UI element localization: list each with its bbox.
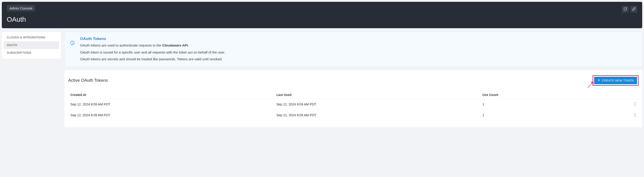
cell-created-at: Sep 12, 2024 8:09 AM PDT — [67, 99, 273, 110]
col-last-used: Last Used — [273, 91, 479, 99]
refresh-button[interactable] — [622, 6, 629, 13]
svg-point-5 — [634, 102, 635, 103]
refresh-icon — [624, 7, 627, 12]
create-new-token-button[interactable]: CREATE NEW TOKEN — [594, 77, 637, 84]
svg-point-8 — [634, 113, 635, 114]
svg-point-2 — [72, 42, 73, 42]
info-icon — [70, 41, 75, 46]
cell-last-used: Sep 12, 2024 8:09 AM PDT — [273, 110, 479, 120]
table-row: Sep 12, 2024 8:09 AM PDT Sep 12, 2024 8:… — [67, 110, 640, 120]
col-created-at: Created At — [67, 91, 273, 99]
tokens-card-header: Active OAuth Tokens CREATE NEW TOKEN — [67, 74, 640, 86]
main-column: OAuth Tokens OAuth tokens are used to au… — [64, 32, 642, 127]
cell-use-count: 1 — [479, 99, 630, 110]
sidebar-item-subscriptions[interactable]: SUBSCRIPTIONS — [4, 49, 59, 57]
info-title: OAuth Tokens — [80, 36, 225, 41]
info-line-1-bold: Cloudaware API — [162, 43, 188, 47]
info-line-2: OAuth token is issued for a specific use… — [80, 50, 225, 55]
tokens-card-title: Active OAuth Tokens — [68, 78, 108, 83]
sidebar-item-clouds-integrations[interactable]: CLOUDS & INTEGRATIONS — [4, 34, 59, 41]
svg-point-7 — [634, 105, 635, 106]
col-use-count: Use Count — [479, 91, 630, 99]
cell-created-at: Sep 12, 2024 8:09 AM PDT — [67, 110, 273, 120]
link-icon — [632, 7, 636, 12]
sidebar-item-oauth[interactable]: OAUTH — [4, 41, 59, 49]
table-row: Sep 12, 2024 8:09 AM PDT Sep 12, 2024 8:… — [67, 99, 640, 110]
app-header: Admin Console OAuth — [2, 2, 642, 28]
link-button[interactable] — [630, 6, 637, 13]
svg-point-6 — [634, 104, 635, 104]
info-line-1-suffix: . — [188, 43, 189, 47]
sidebar: CLOUDS & INTEGRATIONS OAUTH SUBSCRIPTION… — [2, 32, 61, 58]
svg-point-10 — [634, 116, 635, 116]
info-line-3: OAuth tokens are secrets and should be t… — [80, 57, 225, 62]
row-menu-button[interactable] — [634, 101, 636, 108]
header-actions — [622, 6, 637, 13]
create-token-highlight: CREATE NEW TOKEN — [592, 75, 638, 86]
svg-point-9 — [634, 114, 635, 115]
cell-last-used: Sep 12, 2024 8:09 AM PDT — [273, 99, 479, 110]
annotation-arrow-icon — [586, 81, 594, 89]
kebab-menu-icon — [634, 114, 636, 118]
header-left: Admin Console OAuth — [7, 5, 35, 23]
breadcrumb[interactable]: Admin Console — [7, 5, 35, 12]
tokens-card: Active OAuth Tokens CREATE NEW TOKEN — [64, 70, 642, 127]
kebab-menu-icon — [634, 103, 636, 106]
page-title: OAuth — [7, 16, 35, 23]
page-body: CLOUDS & INTEGRATIONS OAUTH SUBSCRIPTION… — [0, 30, 644, 129]
info-banner: OAuth Tokens OAuth tokens are used to au… — [64, 32, 642, 66]
row-menu-button[interactable] — [634, 112, 636, 118]
col-actions — [630, 91, 640, 99]
create-new-token-label: CREATE NEW TOKEN — [602, 79, 634, 82]
info-text: OAuth Tokens OAuth tokens are used to au… — [80, 36, 225, 62]
plus-icon — [597, 78, 600, 82]
tokens-table: Created At Last Used Use Count Sep 12, 2… — [67, 91, 640, 121]
info-line-1-prefix: OAuth tokens are used to authenticate re… — [80, 43, 162, 47]
info-line-1: OAuth tokens are used to authenticate re… — [80, 43, 225, 48]
cell-use-count: 1 — [479, 110, 630, 120]
table-header-row: Created At Last Used Use Count — [67, 91, 640, 99]
